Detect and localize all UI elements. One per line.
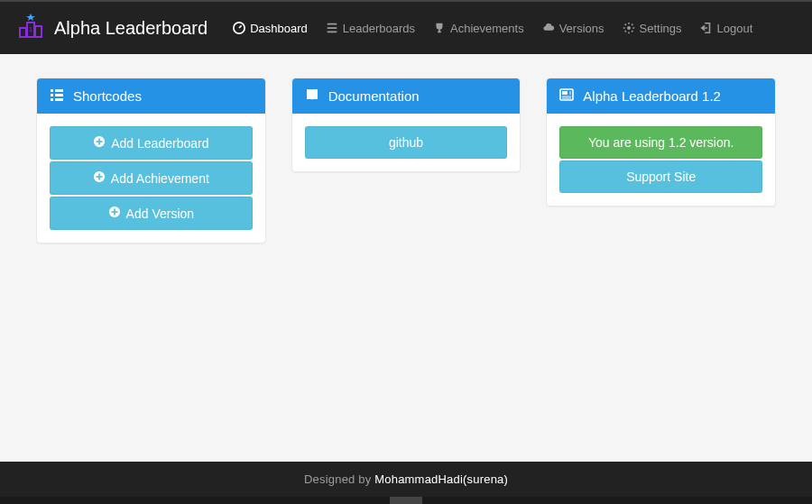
panel-about: Alpha Leaderboard 1.2 You are using 1.2 … [546, 78, 776, 206]
nav-item-leaderboards[interactable]: Leaderboards [318, 14, 422, 42]
nav-list: Dashboard Leaderboards Achievements Vers… [226, 14, 760, 42]
brand[interactable]: 1 Alpha Leaderboard [16, 12, 208, 44]
svg-rect-10 [55, 89, 63, 92]
leaderboard-logo-icon: 1 [16, 12, 45, 44]
svg-marker-4 [26, 14, 35, 21]
nav-label: Leaderboards [343, 22, 415, 35]
svg-rect-17 [562, 91, 567, 95]
support-site-button[interactable]: Support Site [559, 160, 762, 193]
footer: Designed by MohammadHadi(surena) [0, 462, 812, 497]
button-label: github [389, 135, 423, 150]
svg-rect-12 [55, 98, 63, 101]
news-icon [559, 87, 574, 105]
panel-shortcodes: Shortcodes Add Leaderboard Add Achieveme… [36, 78, 266, 243]
panel-header-documentation: Documentation [292, 78, 521, 114]
svg-rect-8 [51, 94, 53, 96]
footer-prefix: Designed by [304, 472, 374, 486]
trophy-icon [433, 22, 446, 34]
footer-strip [0, 497, 812, 504]
gear-icon [623, 22, 635, 34]
nav-label: Logout [717, 22, 753, 35]
panel-body: Add Leaderboard Add Achievement Add Vers… [37, 114, 265, 243]
panel-header-about: Alpha Leaderboard 1.2 [547, 78, 775, 114]
panel-title: Shortcodes [73, 88, 142, 104]
svg-rect-0 [20, 28, 26, 37]
svg-rect-7 [51, 89, 53, 92]
nav-item-settings[interactable]: Settings [615, 14, 689, 42]
cloud-icon [542, 22, 555, 34]
nav-item-logout[interactable]: Logout [693, 14, 761, 42]
version-notice-text: You are using 1.2 version. [588, 135, 734, 150]
panel-documentation: Documentation github [291, 78, 521, 172]
brand-title: Alpha Leaderboard [54, 18, 208, 39]
version-notice: You are using 1.2 version. [559, 126, 762, 159]
svg-rect-9 [51, 98, 53, 101]
svg-rect-2 [35, 26, 42, 37]
panel-title: Documentation [328, 88, 420, 104]
nav-label: Versions [559, 22, 604, 35]
nav-label: Dashboard [250, 22, 308, 35]
panel-body: github [292, 114, 521, 171]
svg-text:1: 1 [29, 26, 32, 32]
list-icon [50, 87, 64, 105]
button-label: Add Leaderboard [111, 136, 208, 151]
github-button[interactable]: github [305, 126, 508, 159]
plus-circle-icon [93, 170, 106, 186]
main-content: Shortcodes Add Leaderboard Add Achieveme… [0, 54, 812, 462]
nav-label: Achievements [450, 22, 524, 35]
plus-circle-icon [93, 135, 106, 151]
panel-header-shortcodes: Shortcodes [37, 78, 265, 114]
svg-rect-11 [55, 94, 63, 96]
nav-label: Settings [640, 22, 682, 35]
add-leaderboard-button[interactable]: Add Leaderboard [50, 126, 253, 160]
panel-title: Alpha Leaderboard 1.2 [583, 88, 721, 104]
button-label: Add Achievement [111, 171, 209, 186]
panel-body: You are using 1.2 version. Support Site [547, 114, 775, 206]
dashboard-icon [233, 22, 245, 34]
footer-credit[interactable]: MohammadHadi(surena) [374, 472, 508, 486]
leaderboards-icon [326, 22, 338, 34]
button-label: Add Version [126, 206, 195, 221]
plus-circle-icon [108, 206, 121, 221]
button-label: Support Site [626, 170, 696, 184]
svg-point-6 [627, 26, 631, 30]
add-version-button[interactable]: Add Version [50, 197, 253, 230]
nav-item-dashboard[interactable]: Dashboard [226, 14, 315, 42]
add-achievement-button[interactable]: Add Achievement [50, 161, 253, 195]
nav-item-achievements[interactable]: Achievements [426, 14, 531, 42]
navbar: 1 Alpha Leaderboard Dashboard Leaderboar… [0, 0, 812, 54]
nav-item-versions[interactable]: Versions [535, 14, 612, 42]
logout-icon [700, 22, 713, 34]
book-icon [305, 87, 319, 105]
